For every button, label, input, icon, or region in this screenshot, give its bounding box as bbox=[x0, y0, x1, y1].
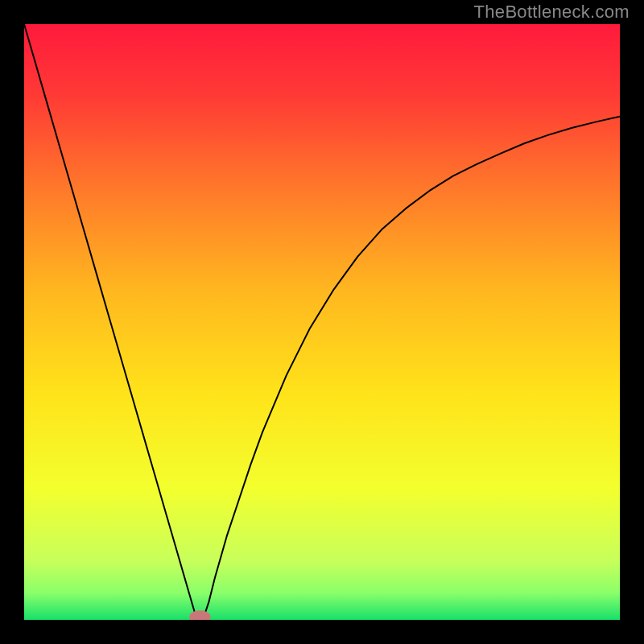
chart-frame: TheBottleneck.com bbox=[0, 0, 644, 644]
chart-svg bbox=[24, 24, 620, 620]
plot-area bbox=[24, 24, 620, 620]
plot-background bbox=[24, 24, 620, 620]
watermark-text: TheBottleneck.com bbox=[474, 2, 630, 23]
